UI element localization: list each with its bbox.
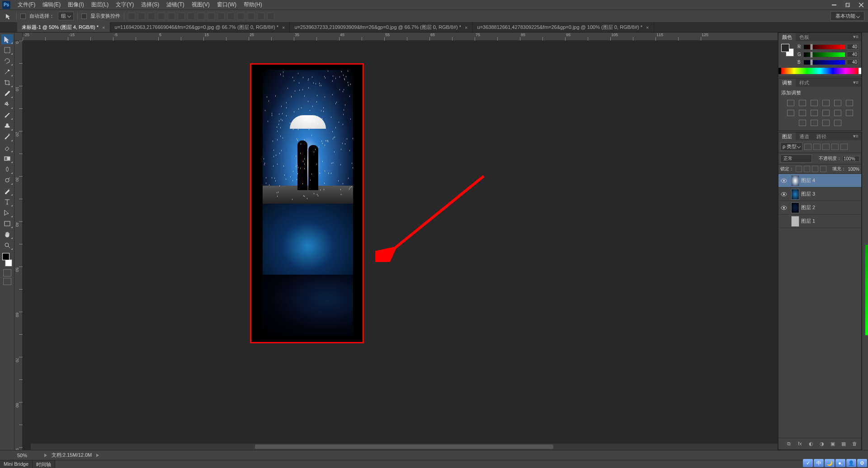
link-layers-icon[interactable]: ⧉: [787, 441, 793, 447]
auto-select-target[interactable]: 组: [58, 12, 74, 20]
quickmask-mode-icon[interactable]: [3, 278, 11, 285]
heal-tool[interactable]: [1, 99, 13, 109]
rectangle-tool[interactable]: [1, 219, 13, 229]
menu-5[interactable]: 选择(S): [137, 1, 163, 8]
adjustment-preset-icon[interactable]: [811, 120, 818, 126]
workspace-switcher[interactable]: 基本功能: [830, 11, 864, 21]
align-icon-0[interactable]: [128, 13, 135, 20]
blur-tool[interactable]: [1, 164, 13, 174]
menu-6[interactable]: 滤镜(T): [163, 1, 188, 8]
adjustment-preset-icon[interactable]: [822, 110, 830, 116]
align-icon-10[interactable]: [227, 13, 235, 20]
status-arrow-icon[interactable]: [44, 454, 47, 457]
canvas-area[interactable]: [23, 41, 778, 450]
menu-1[interactable]: 编辑(E): [39, 1, 64, 8]
layer-thumbnail[interactable]: [791, 216, 799, 227]
adjustment-preset-icon[interactable]: [822, 120, 830, 126]
document-tab-3[interactable]: u=3638812661,4278309225&fm=26&gp=0.jpg @…: [473, 22, 654, 32]
close-tab-icon[interactable]: ×: [465, 25, 467, 30]
filter-shape-icon[interactable]: [831, 144, 839, 150]
swatches-tab[interactable]: 色板: [796, 33, 813, 41]
filter-text-icon[interactable]: [822, 144, 830, 150]
path-select-tool[interactable]: [1, 208, 13, 218]
align-icon-4[interactable]: [168, 13, 175, 20]
filter-smart-icon[interactable]: [840, 144, 848, 150]
close-tab-icon[interactable]: ×: [102, 25, 105, 30]
layer-visibility-icon[interactable]: [778, 178, 789, 183]
window-restore[interactable]: [841, 0, 854, 9]
align-icon-12[interactable]: [247, 13, 255, 20]
auto-select-checkbox[interactable]: [20, 14, 26, 19]
document-tab-2[interactable]: u=2539637233,2109093909&fm=26&gp=0.jpg @…: [290, 22, 472, 32]
layer-visibility-icon[interactable]: [778, 206, 789, 210]
menu-8[interactable]: 窗口(W): [213, 1, 240, 8]
layer-thumbnail[interactable]: [791, 175, 799, 186]
panel-menu-icon[interactable]: ▾≡: [850, 79, 861, 87]
horizontal-scrollbar[interactable]: [31, 444, 778, 450]
adjustment-preset-icon[interactable]: [787, 110, 794, 116]
color-tab[interactable]: 颜色: [778, 33, 796, 41]
zoom-tool[interactable]: [1, 240, 13, 250]
document-info[interactable]: 文档:2.15M/12.0M: [52, 452, 92, 459]
dodge-tool[interactable]: [1, 175, 13, 185]
foreground-background-swatch[interactable]: [781, 44, 794, 56]
layer-thumbnail[interactable]: [791, 202, 799, 213]
window-minimize[interactable]: [827, 0, 841, 9]
adjustment-preset-icon[interactable]: [834, 120, 841, 126]
ime-button-0[interactable]: ✓: [803, 459, 813, 467]
placed-image-1[interactable]: [263, 70, 353, 204]
g-slider[interactable]: [804, 52, 845, 57]
menu-9[interactable]: 帮助(H): [240, 1, 266, 8]
paths-tab[interactable]: 路径: [813, 132, 830, 140]
menu-3[interactable]: 图层(L): [88, 1, 113, 8]
lock-all-icon[interactable]: [820, 166, 826, 172]
ime-button-5[interactable]: ⚙: [857, 459, 867, 467]
menu-2[interactable]: 图像(I): [64, 1, 87, 8]
layer-name[interactable]: 图层 2: [801, 204, 815, 211]
placed-image-3[interactable]: [263, 275, 353, 336]
b-value[interactable]: 40: [847, 59, 859, 65]
align-icon-11[interactable]: [237, 13, 245, 20]
vertical-ruler[interactable]: 0102030405060708090100: [14, 41, 23, 450]
adjustment-preset-icon[interactable]: [799, 120, 806, 126]
menu-0[interactable]: 文件(F): [14, 1, 39, 8]
adjustment-preset-icon[interactable]: [846, 100, 853, 106]
marquee-tool[interactable]: [1, 45, 13, 55]
adjustment-preset-icon[interactable]: [811, 110, 818, 116]
brush-tool[interactable]: [1, 110, 13, 120]
color-spectrum[interactable]: [781, 68, 859, 74]
eyedropper-tool[interactable]: [1, 89, 13, 98]
lasso-tool[interactable]: [1, 56, 13, 66]
align-icon-8[interactable]: [208, 13, 215, 20]
panel-menu-icon[interactable]: ▾≡: [850, 33, 861, 41]
layer-row[interactable]: 图层 4: [778, 174, 861, 187]
layer-row[interactable]: 图层 3: [778, 187, 861, 201]
styles-tab[interactable]: 样式: [796, 79, 813, 87]
horizontal-ruler[interactable]: -25-15-55152535455565758595105115125: [23, 33, 778, 41]
adjustment-preset-icon[interactable]: [811, 100, 818, 106]
document-tab-1[interactable]: u=116942063,2176669046&fm=26&gp=0.jpg @ …: [110, 22, 290, 32]
magic-wand-tool[interactable]: [1, 67, 13, 77]
ime-button-3[interactable]: ●,: [835, 459, 845, 467]
layer-name[interactable]: 图层 4: [801, 177, 815, 184]
blend-mode-select[interactable]: 正常: [780, 154, 812, 163]
align-icon-9[interactable]: [217, 13, 225, 20]
ruler-origin[interactable]: [14, 33, 23, 41]
b-slider[interactable]: [804, 60, 845, 65]
gradient-tool[interactable]: [1, 154, 13, 164]
layer-thumbnail[interactable]: [791, 189, 799, 200]
new-layer-icon[interactable]: ▦: [841, 441, 848, 447]
align-icon-3[interactable]: [158, 13, 165, 20]
align-icon-14[interactable]: [267, 13, 274, 20]
document-tab-0[interactable]: 未标题-1 @ 50% (图层 4, RGB/8) *×: [17, 22, 110, 32]
lock-transparency-icon[interactable]: [796, 166, 802, 172]
layers-tab[interactable]: 图层: [778, 132, 796, 140]
standard-mode-icon[interactable]: [3, 269, 11, 276]
new-group-icon[interactable]: ▣: [830, 441, 837, 447]
stamp-tool[interactable]: [1, 121, 13, 131]
current-tool-indicator[interactable]: [4, 12, 13, 20]
status-arrow-icon[interactable]: [96, 454, 99, 457]
history-brush-tool[interactable]: [1, 132, 13, 142]
layer-name[interactable]: 图层 3: [801, 191, 815, 197]
pen-tool[interactable]: [1, 186, 13, 196]
